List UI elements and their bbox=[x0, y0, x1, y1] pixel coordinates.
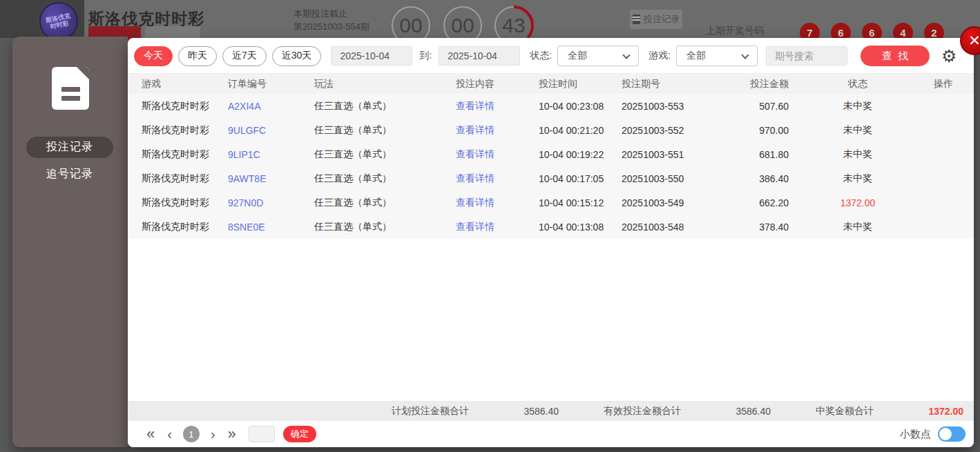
current-page-button[interactable]: 1 bbox=[183, 426, 200, 442]
cell-period: 20251003-549 bbox=[622, 197, 722, 208]
cell-play-type: 任三直选（单式） bbox=[314, 100, 456, 112]
order-number-link[interactable]: 9AWT8E bbox=[228, 173, 314, 184]
order-number-link[interactable]: 9ULGFC bbox=[228, 125, 314, 136]
win-total-value: 1372.00 bbox=[874, 406, 963, 417]
cell-amount: 970.00 bbox=[722, 125, 803, 136]
cell-play-type: 任三直选（单式） bbox=[314, 173, 456, 185]
doc-line bbox=[61, 96, 80, 101]
decimal-toggle-label: 小数点 bbox=[900, 428, 931, 441]
col-header-order: 订单编号 bbox=[228, 78, 314, 90]
gear-icon[interactable]: ⚙ bbox=[941, 48, 957, 65]
game-select[interactable]: 全部 bbox=[676, 46, 758, 66]
cell-amount: 662.20 bbox=[722, 197, 803, 208]
range-7days-button[interactable]: 近7天 bbox=[222, 46, 267, 66]
deadline-label: 本期投注截止 bbox=[294, 7, 369, 20]
status-select-value: 全部 bbox=[568, 50, 587, 62]
cell-bet-time: 10-04 00:21:20 bbox=[539, 125, 622, 136]
table-row: 斯洛伐克时时彩 A2XI4A 任三直选（单式） 查看详情 10-04 00:23… bbox=[128, 94, 974, 118]
cell-status: 1372.00 bbox=[803, 197, 913, 208]
cell-bet-time: 10-04 00:23:08 bbox=[539, 101, 622, 112]
table-body: 斯洛伐克时时彩 A2XI4A 任三直选（单式） 查看详情 10-04 00:23… bbox=[128, 94, 974, 239]
modal-sidebar: 投注记录 追号记录 bbox=[12, 37, 128, 447]
cell-game: 斯洛伐克时时彩 bbox=[128, 124, 228, 137]
header-bet-record-label: 投注记录 bbox=[644, 13, 680, 26]
cell-play-type: 任三直选（单式） bbox=[314, 124, 456, 137]
cell-period: 20251003-548 bbox=[622, 222, 722, 233]
pagination-bar: « ‹ 1 › » 确定 小数点 bbox=[128, 421, 974, 447]
order-number-link[interactable]: A2XI4A bbox=[228, 101, 314, 112]
view-details-link[interactable]: 查看详情 bbox=[456, 100, 539, 112]
col-header-period: 投注期号 bbox=[622, 78, 722, 90]
status-label: 状态: bbox=[530, 50, 552, 62]
view-details-link[interactable]: 查看详情 bbox=[456, 221, 539, 233]
header-bet-record-button[interactable]: 投注记录 bbox=[630, 10, 682, 29]
cell-bet-time: 10-04 00:19:22 bbox=[539, 149, 622, 160]
cell-play-type: 任三直选（单式） bbox=[314, 221, 456, 233]
cell-bet-time: 10-04 00:15:12 bbox=[539, 197, 622, 208]
table-row: 斯洛伐克时时彩 8SNE0E 任三直选（单式） 查看详情 10-04 00:13… bbox=[128, 215, 974, 239]
valid-total-label: 有效投注金额合计 bbox=[604, 405, 681, 417]
bet-records-modal: 今天 昨天 近7天 近30天 到: 状态: 全部 游戏: 全部 查找 ⚙ 游戏 … bbox=[128, 38, 974, 447]
prev-page-button[interactable]: ‹ bbox=[167, 427, 172, 441]
view-details-link[interactable]: 查看详情 bbox=[456, 124, 539, 137]
sidebar-item-bet-records[interactable]: 投注记录 bbox=[26, 137, 113, 158]
first-page-button[interactable]: « bbox=[146, 426, 155, 442]
toggle-knob bbox=[939, 428, 952, 440]
cell-status: 未中奖 bbox=[803, 100, 913, 112]
chevron-down-icon bbox=[741, 51, 749, 59]
last-draw-label: 上期开奖号码 bbox=[706, 25, 764, 37]
date-to-input[interactable] bbox=[439, 46, 520, 66]
col-header-action: 操作 bbox=[913, 78, 974, 90]
last-page-button[interactable]: » bbox=[228, 426, 236, 442]
period-search-input[interactable] bbox=[766, 46, 847, 66]
cell-period: 20251003-551 bbox=[622, 149, 722, 160]
decimal-toggle-switch[interactable] bbox=[938, 426, 965, 442]
doc-fold bbox=[76, 67, 89, 80]
col-header-status: 状态 bbox=[803, 78, 913, 90]
table-row: 斯洛伐克时时彩 9AWT8E 任三直选（单式） 查看详情 10-04 00:17… bbox=[128, 166, 974, 190]
deadline-block: 本期投注截止 第20251003-554期 bbox=[294, 7, 369, 33]
col-header-game: 游戏 bbox=[128, 78, 228, 90]
close-icon: ✕ bbox=[968, 32, 980, 49]
cell-game: 斯洛伐克时时彩 bbox=[128, 148, 228, 161]
confirm-page-button[interactable]: 确定 bbox=[283, 426, 316, 442]
cell-game: 斯洛伐克时时彩 bbox=[128, 173, 228, 185]
col-header-play: 玩法 bbox=[314, 78, 456, 90]
cell-period: 20251003-553 bbox=[622, 101, 722, 112]
status-select[interactable]: 全部 bbox=[557, 46, 639, 66]
cell-amount: 681.80 bbox=[722, 149, 803, 160]
order-number-link[interactable]: 9LIP1C bbox=[228, 149, 314, 160]
page-jump-input[interactable] bbox=[249, 426, 275, 442]
search-button[interactable]: 查找 bbox=[861, 46, 930, 66]
table-header-row: 游戏 订单编号 玩法 投注内容 投注时间 投注期号 投注金额 状态 操作 bbox=[128, 73, 974, 94]
cell-play-type: 任三直选（单式） bbox=[314, 148, 456, 161]
valid-total-value: 3586.40 bbox=[681, 406, 771, 417]
win-total-label: 中奖金额合计 bbox=[816, 405, 874, 417]
next-page-button[interactable]: › bbox=[211, 427, 215, 441]
col-header-content: 投注内容 bbox=[456, 78, 539, 90]
doc-line bbox=[61, 87, 80, 92]
col-header-amount: 投注金额 bbox=[722, 78, 803, 90]
view-details-link[interactable]: 查看详情 bbox=[456, 197, 539, 209]
view-details-link[interactable]: 查看详情 bbox=[456, 173, 539, 185]
table-row: 斯洛伐克时时彩 9ULGFC 任三直选（单式） 查看详情 10-04 00:21… bbox=[128, 118, 974, 142]
range-today-button[interactable]: 今天 bbox=[134, 46, 173, 66]
cell-amount: 386.40 bbox=[722, 173, 803, 184]
order-number-link[interactable]: 927N0D bbox=[228, 197, 314, 208]
cell-amount: 378.40 bbox=[722, 222, 803, 233]
order-number-link[interactable]: 8SNE0E bbox=[228, 222, 314, 233]
cell-game: 斯洛伐克时时彩 bbox=[128, 197, 228, 209]
view-details-link[interactable]: 查看详情 bbox=[456, 148, 539, 161]
date-from-input[interactable] bbox=[331, 46, 412, 66]
game-label: 游戏: bbox=[648, 50, 671, 62]
cell-amount: 507.60 bbox=[722, 101, 803, 112]
sidebar-item-chase-records[interactable]: 追号记录 bbox=[26, 164, 113, 185]
cell-bet-time: 10-04 00:17:05 bbox=[539, 173, 622, 184]
cell-period: 20251003-552 bbox=[622, 125, 722, 136]
range-yesterday-button[interactable]: 昨天 bbox=[178, 46, 217, 66]
range-30days-button[interactable]: 近30天 bbox=[272, 46, 322, 66]
cell-game: 斯洛伐克时时彩 bbox=[128, 100, 228, 112]
cell-period: 20251003-550 bbox=[622, 173, 722, 184]
cell-bet-time: 10-04 00:13:08 bbox=[539, 222, 622, 233]
filter-bar: 今天 昨天 近7天 近30天 到: 状态: 全部 游戏: 全部 查找 ⚙ bbox=[128, 38, 974, 73]
